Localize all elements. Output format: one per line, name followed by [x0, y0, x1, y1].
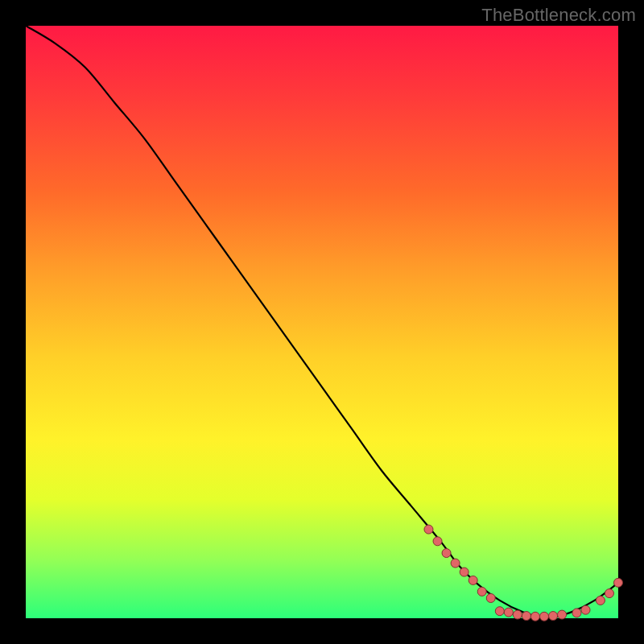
data-point	[549, 612, 558, 621]
data-point	[522, 612, 530, 621]
data-point	[581, 605, 590, 614]
curve-line	[26, 26, 618, 618]
data-point	[605, 589, 613, 598]
data-point	[513, 610, 522, 619]
curve-markers	[424, 525, 623, 621]
data-point	[451, 559, 460, 568]
chart-overlay	[26, 26, 618, 618]
data-point	[477, 587, 486, 596]
data-point	[558, 610, 567, 619]
data-point	[540, 612, 549, 621]
data-point	[442, 549, 451, 558]
data-point	[486, 593, 495, 602]
data-point	[495, 607, 504, 616]
data-point	[433, 537, 442, 546]
data-point	[469, 576, 477, 584]
watermark-text: TheBottleneck.com	[481, 5, 636, 26]
data-point	[504, 608, 513, 617]
data-point	[424, 525, 433, 534]
data-point	[614, 578, 623, 587]
data-point	[530, 612, 539, 621]
chart-frame: TheBottleneck.com	[0, 0, 644, 644]
data-point	[460, 568, 469, 576]
data-point	[596, 596, 605, 605]
data-point	[572, 609, 581, 617]
